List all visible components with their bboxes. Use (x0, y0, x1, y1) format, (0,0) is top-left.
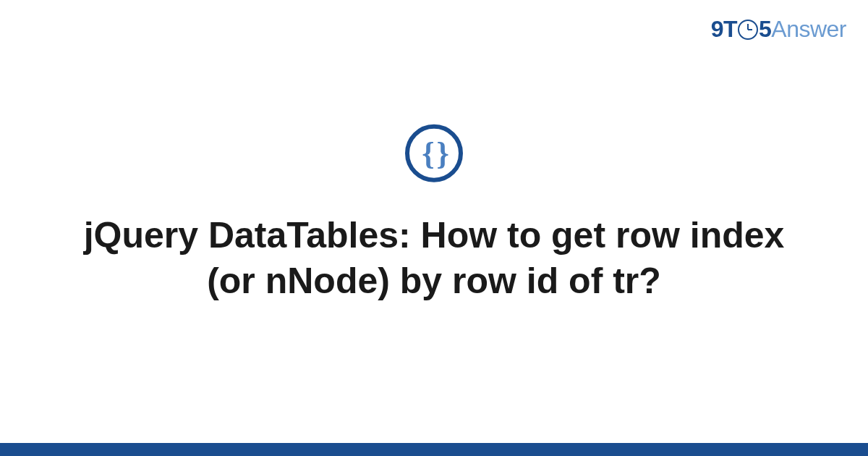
footer-bar (0, 443, 868, 456)
page-title: jQuery DataTables: How to get row index … (51, 213, 817, 303)
logo-text-5: 5 (759, 16, 771, 42)
braces-icon: { } (422, 135, 446, 172)
logo-text-answer: Answer (771, 16, 846, 42)
clock-icon (738, 20, 758, 40)
main-content: { } jQuery DataTables: How to get row in… (0, 124, 868, 303)
category-badge-icon: { } (405, 124, 463, 182)
logo-text-9t: 9T (711, 16, 737, 42)
site-logo: 9T5Answer (711, 16, 846, 43)
